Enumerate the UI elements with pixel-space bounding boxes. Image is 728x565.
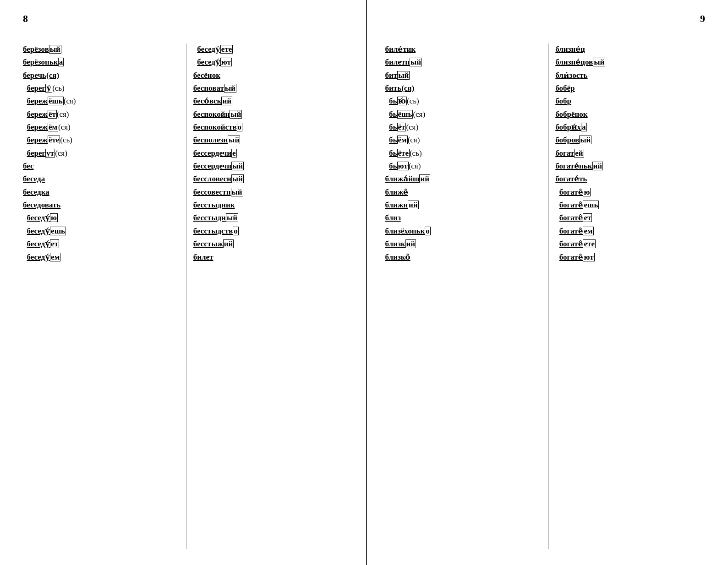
list-item: бьём(ся) — [385, 134, 544, 146]
list-item: беседу́ю — [23, 212, 182, 224]
right-page-line — [385, 35, 715, 35]
list-item: близкий — [385, 238, 544, 250]
list-item: богате̂ют — [555, 251, 714, 263]
list-item: бeрежём(ся) — [23, 121, 182, 133]
list-item: бесноватый — [193, 82, 352, 94]
list-item: беседу́ет — [23, 238, 182, 250]
list-item: бессердечие — [193, 147, 352, 159]
right-col2: близне́цблизне́цовыйбли́зостьбобёрбобрбо… — [548, 43, 714, 549]
list-item: билетный — [385, 56, 544, 68]
list-item: бeрежёте(сь) — [23, 134, 182, 146]
list-item: беседовать — [23, 199, 182, 211]
left-col2: беседу́ете беседу́ютбесёнокбесноватыйбес… — [186, 43, 352, 549]
list-item: богатей — [555, 147, 714, 159]
list-item: беседу́ешь — [23, 225, 182, 237]
right-columns: биле́тикбилетныйбитыйбить(ся) бью́(сь) б… — [385, 43, 715, 549]
list-item: берёзонька — [23, 56, 182, 68]
list-item: бессловесный — [193, 173, 352, 185]
list-item: богате̂ем — [555, 225, 714, 237]
list-item: близёхонько — [385, 225, 544, 237]
list-item: богате̂ешь — [555, 199, 714, 211]
list-item: близко̂ — [385, 251, 544, 263]
list-item: бесстыдный — [193, 212, 352, 224]
list-item: бeрежёт(ся) — [23, 109, 182, 120]
right-page-number: 9 — [700, 13, 705, 25]
list-item: ближе̂ — [385, 186, 544, 198]
list-item: билет — [193, 251, 352, 263]
list-item: беседа — [23, 173, 182, 185]
list-item: бессовестный — [193, 186, 352, 198]
list-item: бесстыдник — [193, 199, 352, 211]
list-item: бесстыдство — [193, 225, 352, 237]
list-item: близ — [385, 212, 544, 224]
list-item: бесполезный — [193, 134, 352, 146]
right-col1: биле́тикбилетныйбитыйбить(ся) бью́(сь) б… — [385, 43, 544, 549]
list-item: ближа́йший — [385, 173, 544, 185]
list-item: бью́(сь) — [385, 95, 544, 107]
list-item: богате́нький — [555, 160, 714, 172]
list-item: бьют(ся) — [385, 160, 544, 172]
left-columns: берёзовыйберёзонькаберечь(ся) бeрегу́(сь… — [23, 43, 352, 549]
list-item: ближний — [385, 199, 544, 211]
list-item: беспокойство — [193, 121, 352, 133]
list-item: битый — [385, 70, 544, 81]
list-item: богате́ть — [555, 173, 714, 185]
list-item: близне́цовый — [555, 56, 714, 68]
list-item: бобёр — [555, 82, 714, 94]
list-item: беседу́ем — [23, 251, 182, 263]
list-item: бьёте(сь) — [385, 147, 544, 159]
list-item: беседу́ют — [193, 56, 352, 68]
list-item: бобровый — [555, 134, 714, 146]
right-page: 9 биле́тикбилетныйбитыйбить(ся) бью́(сь)… — [367, 0, 728, 565]
list-item: близне́ц — [555, 43, 714, 55]
list-item: беспокойный — [193, 109, 352, 120]
list-item: бьёт(ся) — [385, 121, 544, 133]
list-item: бьёшь(ся) — [385, 109, 544, 120]
left-page-number: 8 — [23, 13, 28, 25]
list-item: бессердечный — [193, 160, 352, 172]
list-item: богате̂ет — [555, 212, 714, 224]
list-item: бeрежёшь(ся) — [23, 95, 182, 107]
list-item: беседу́ете — [193, 43, 352, 55]
list-item: биле́тик — [385, 43, 544, 55]
list-item: бобрёнок — [555, 109, 714, 120]
list-item: бобр — [555, 95, 714, 107]
list-item: бить(ся) — [385, 82, 544, 94]
list-item: бесо́вский — [193, 95, 352, 107]
list-item: бесёнок — [193, 70, 352, 81]
list-item: бобри́ха — [555, 121, 714, 133]
list-item: бeрегут(ся) — [23, 147, 182, 159]
list-item: берёзовый — [23, 43, 182, 55]
list-item: бли́зость — [555, 70, 714, 81]
list-item: беседка — [23, 186, 182, 198]
list-item: бес — [23, 160, 182, 172]
left-page: 8 берёзовыйберёзонькаберечь(ся) бeрегу́(… — [0, 0, 367, 565]
list-item: бесстыжий — [193, 238, 352, 250]
list-item: богате̂ете — [555, 238, 714, 250]
list-item: богате̂ю — [555, 186, 714, 198]
list-item: беречь(ся) — [23, 70, 182, 81]
left-col1: берёзовыйберёзонькаберечь(ся) бeрегу́(сь… — [23, 43, 182, 549]
list-item: бeрегу́(сь) — [23, 82, 182, 94]
left-page-line — [23, 35, 352, 35]
